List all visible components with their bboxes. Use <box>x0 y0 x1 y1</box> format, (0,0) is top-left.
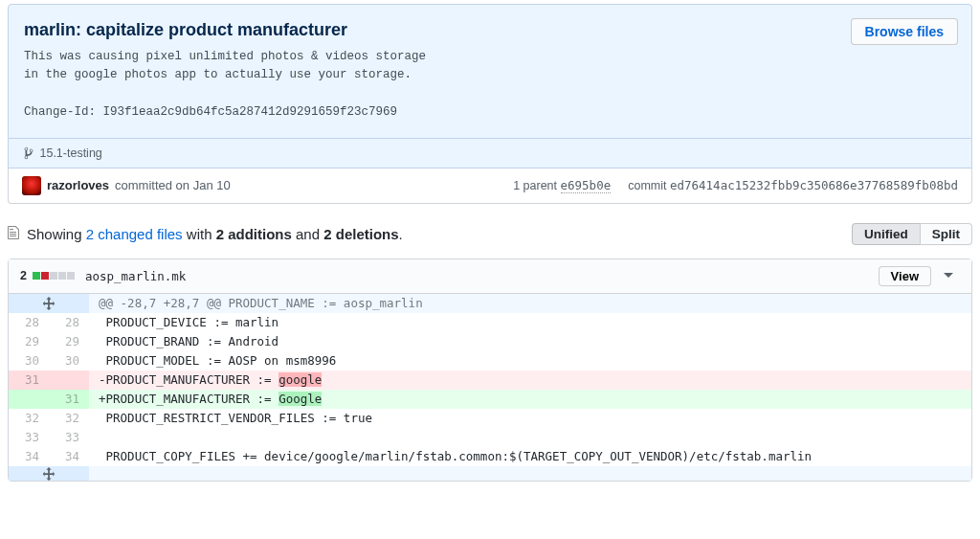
diff-line: 31+PRODUCT_MANUFACTURER := Google <box>9 390 971 409</box>
file-diff-box: 2 aosp_marlin.mk View @@ -28,7 +28,7 @@ … <box>8 258 972 482</box>
file-name[interactable]: aosp_marlin.mk <box>85 269 186 283</box>
browse-files-button[interactable]: Browse files <box>851 18 958 45</box>
avatar[interactable] <box>22 176 41 195</box>
diff-line: 2929 PRODUCT_BRAND := Android <box>9 332 971 351</box>
changed-files-link[interactable]: 2 changed files <box>86 226 183 242</box>
code-cell: PRODUCT_BRAND := Android <box>89 332 971 351</box>
diff-view-toggle: Unified Split <box>852 223 972 245</box>
diff-line: 31-PRODUCT_MANUFACTURER := google <box>9 371 971 390</box>
diffstat-icon[interactable] <box>33 269 76 282</box>
hunk-header-text: @@ -28,7 +28,7 @@ PRODUCT_NAME := aosp_m… <box>89 294 971 313</box>
code-cell: PRODUCT_RESTRICT_VENDOR_FILES := true <box>89 409 971 428</box>
commit-info: commit ed76414ac15232fbb9c350686e3776858… <box>628 178 958 192</box>
new-line-number[interactable]: 33 <box>49 428 89 447</box>
old-line-number[interactable]: 33 <box>9 428 49 447</box>
new-line-number[interactable]: 30 <box>49 351 89 371</box>
old-line-number[interactable]: 28 <box>9 313 49 332</box>
split-view-button[interactable]: Split <box>920 223 972 245</box>
code-cell: PRODUCT_COPY_FILES += device/google/marl… <box>89 447 971 466</box>
diff-line: 3434 PRODUCT_COPY_FILES += device/google… <box>9 447 971 466</box>
chevron-down-icon[interactable] <box>937 269 960 282</box>
diff-line: 2828 PRODUCT_DEVICE := marlin <box>9 313 971 332</box>
new-line-number[interactable]: 32 <box>49 409 89 428</box>
commit-header-box: Browse files marlin: capitalize product … <box>8 4 972 139</box>
code-cell <box>89 428 971 447</box>
view-file-button[interactable]: View <box>879 266 931 286</box>
branch-bar: 15.1-testing <box>8 139 972 168</box>
new-line-number[interactable]: 28 <box>49 313 89 332</box>
expand-icon[interactable] <box>9 466 89 481</box>
diff-summary-text: Showing 2 changed files with 2 additions… <box>27 226 403 242</box>
old-line-number[interactable]: 32 <box>9 409 49 428</box>
diff-line: 3333 <box>9 428 971 447</box>
unified-view-button[interactable]: Unified <box>852 223 920 245</box>
branch-name[interactable]: 15.1-testing <box>39 146 101 160</box>
code-cell: PRODUCT_MODEL := AOSP on msm8996 <box>89 351 971 371</box>
new-line-number[interactable] <box>49 371 89 390</box>
commit-sha: ed76414ac15232fbb9c350686e37768589fb08bd <box>670 178 958 192</box>
code-cell: PRODUCT_DEVICE := marlin <box>89 313 971 332</box>
diff-summary-bar: Showing 2 changed files with 2 additions… <box>8 223 972 245</box>
old-line-number[interactable]: 30 <box>9 351 49 371</box>
committed-text: committed on Jan 10 <box>115 178 231 192</box>
new-line-number[interactable]: 29 <box>49 332 89 351</box>
old-line-number[interactable]: 31 <box>9 371 49 390</box>
diff-table: @@ -28,7 +28,7 @@ PRODUCT_NAME := aosp_m… <box>9 294 971 481</box>
diff-line: 3030 PRODUCT_MODEL := AOSP on msm8996 <box>9 351 971 371</box>
old-line-number[interactable]: 29 <box>9 332 49 351</box>
old-line-number[interactable]: 34 <box>9 447 49 466</box>
hunk-header: @@ -28,7 +28,7 @@ PRODUCT_NAME := aosp_m… <box>9 294 971 313</box>
old-line-number[interactable] <box>9 390 49 409</box>
code-cell: -PRODUCT_MANUFACTURER := google <box>89 371 971 390</box>
commit-description: This was causing pixel unlimited photos … <box>24 48 956 123</box>
file-diff-icon <box>8 225 21 243</box>
author-link[interactable]: razorloves <box>47 178 109 192</box>
expand-icon[interactable] <box>9 294 89 313</box>
diff-line: 3232 PRODUCT_RESTRICT_VENDOR_FILES := tr… <box>9 409 971 428</box>
change-count: 2 <box>20 269 27 282</box>
commit-meta-bar: razorloves committed on Jan 10 1 parent … <box>8 168 972 204</box>
code-cell: +PRODUCT_MANUFACTURER := Google <box>89 390 971 409</box>
parent-info: 1 parent e695b0e <box>513 178 611 192</box>
branch-icon <box>24 146 33 160</box>
new-line-number[interactable]: 34 <box>49 447 89 466</box>
hunk-expand-bottom <box>9 466 971 481</box>
commit-title: marlin: capitalize product manufacturer <box>24 20 956 40</box>
new-line-number[interactable]: 31 <box>49 390 89 409</box>
parent-sha-link[interactable]: e695b0e <box>561 178 612 193</box>
file-header: 2 aosp_marlin.mk View <box>9 259 971 294</box>
